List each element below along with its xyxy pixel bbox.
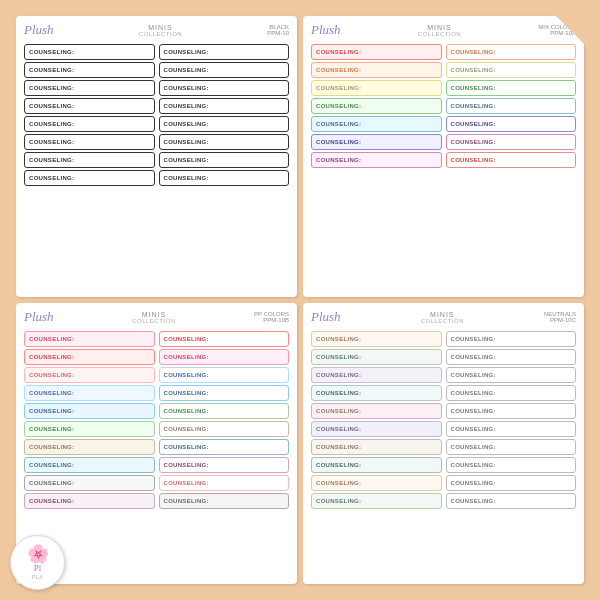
sticker-row: COUNSELING: COUNSELING: [24, 385, 289, 401]
sticker-row: COUNSELING: COUNSELING: [24, 134, 289, 150]
sticker-counseling: COUNSELING: [159, 44, 290, 60]
sticker-counseling: COUNSELING: [446, 62, 577, 78]
sticker-counseling: COUNSELING: [24, 331, 155, 347]
sticker-counseling: COUNSELING: [311, 152, 442, 168]
sticker-counseling: COUNSELING: [311, 493, 442, 509]
sticker-counseling: COUNSELING: [159, 349, 290, 365]
sheet-mix: Plush minis COLLECTION MIX COLORSPPM-10A… [303, 16, 584, 297]
sticker-row: COUNSELING: COUNSELING: [24, 116, 289, 132]
sticker-counseling: COUNSELING: [311, 44, 442, 60]
sticker-counseling: COUNSELING: [24, 421, 155, 437]
sticker-counseling: COUNSELING: [311, 457, 442, 473]
sticker-counseling: COUNSELING: [159, 403, 290, 419]
sticker-rows-neutrals: COUNSELING: COUNSELING: COUNSELING: COUN… [311, 331, 576, 578]
sticker-counseling: COUNSELING: [311, 80, 442, 96]
header-center: minis COLLECTION [421, 311, 464, 324]
sticker-counseling: COUNSELING: [311, 116, 442, 132]
sticker-counseling: COUNSELING: [311, 62, 442, 78]
sticker-counseling: COUNSELING: [446, 116, 577, 132]
sticker-counseling: COUNSELING: [24, 116, 155, 132]
sticker-counseling: COUNSELING: [446, 421, 577, 437]
collection-label: COLLECTION [418, 31, 461, 37]
sticker-counseling: COUNSELING: [446, 134, 577, 150]
sticker-counseling: COUNSELING: [24, 385, 155, 401]
logo-brand-text: Pl [34, 563, 42, 574]
sticker-row: COUNSELING: COUNSELING: [24, 44, 289, 60]
header-center: minis COLLECTION [418, 24, 461, 37]
brand-plush: Plush [311, 309, 341, 325]
sticker-counseling: COUNSELING: [24, 367, 155, 383]
sheet-pp: Plush minis COLLECTION PP COLORSPPM-10B … [16, 303, 297, 584]
sticker-row: COUNSELING: COUNSELING: [24, 403, 289, 419]
sticker-counseling: COUNSELING: [311, 421, 442, 437]
sticker-row: COUNSELING: COUNSELING: [24, 421, 289, 437]
sticker-row: COUNSELING: COUNSELING: [311, 475, 576, 491]
sticker-row: COUNSELING: COUNSELING: [24, 62, 289, 78]
sticker-row: COUNSELING: COUNSELING: [24, 98, 289, 114]
sticker-counseling: COUNSELING: [24, 475, 155, 491]
sticker-row: COUNSELING: COUNSELING: [311, 80, 576, 96]
sheet-header-mix: Plush minis COLLECTION MIX COLORSPPM-10A [311, 22, 576, 40]
sticker-counseling: COUNSELING: [446, 98, 577, 114]
sticker-row: COUNSELING: COUNSELING: [24, 493, 289, 509]
sticker-counseling: COUNSELING: [159, 98, 290, 114]
sticker-counseling: COUNSELING: [311, 439, 442, 455]
sticker-counseling: COUNSELING: [24, 80, 155, 96]
sticker-counseling: COUNSELING: [159, 493, 290, 509]
sticker-counseling: COUNSELING: [159, 80, 290, 96]
sticker-row: COUNSELING: COUNSELING: [311, 116, 576, 132]
sticker-counseling: COUNSELING: [446, 367, 577, 383]
sticker-rows-mix: COUNSELING: COUNSELING: COUNSELING: COUN… [311, 44, 576, 291]
sticker-counseling: COUNSELING: [311, 98, 442, 114]
brand-plush: Plush [24, 22, 54, 38]
sticker-counseling: COUNSELING: [159, 170, 290, 186]
sheet-code: MIX COLORSPPM-10A [538, 24, 576, 36]
sticker-counseling: COUNSELING: [24, 62, 155, 78]
sticker-counseling: COUNSELING: [159, 367, 290, 383]
sticker-counseling: COUNSELING: [24, 44, 155, 60]
sticker-rows-black: COUNSELING: COUNSELING: COUNSELING: COUN… [24, 44, 289, 291]
sticker-counseling: COUNSELING: [446, 403, 577, 419]
sticker-row: COUNSELING: COUNSELING: [24, 170, 289, 186]
sticker-counseling: COUNSELING: [24, 403, 155, 419]
sticker-counseling: COUNSELING: [311, 349, 442, 365]
sticker-counseling: COUNSELING: [446, 475, 577, 491]
sticker-row: COUNSELING: COUNSELING: [24, 475, 289, 491]
sticker-row: COUNSELING: COUNSELING: [311, 331, 576, 347]
brand-plush: Plush [24, 309, 54, 325]
sticker-row: COUNSELING: COUNSELING: [311, 457, 576, 473]
sticker-counseling: COUNSELING: [159, 475, 290, 491]
sticker-counseling: COUNSELING: [446, 457, 577, 473]
sticker-sheets-grid: Plush minis COLLECTION BLACKPPM-10 COUNS… [10, 10, 590, 590]
sheet-neutrals: Plush minis COLLECTION NEUTRALSPPM-10C C… [303, 303, 584, 584]
sticker-counseling: COUNSELING: [159, 439, 290, 455]
sticker-row: COUNSELING: COUNSELING: [24, 80, 289, 96]
brand-logo: 🌸 Pl PLA [10, 535, 65, 590]
sticker-counseling: COUNSELING: [24, 349, 155, 365]
sticker-counseling: COUNSELING: [311, 134, 442, 150]
sticker-counseling: COUNSELING: [446, 439, 577, 455]
minis-label: minis [148, 24, 172, 31]
logo-sub-text: PLA [32, 574, 43, 580]
sticker-counseling: COUNSELING: [311, 403, 442, 419]
sticker-row: COUNSELING: COUNSELING: [24, 349, 289, 365]
sticker-row: COUNSELING: COUNSELING: [24, 331, 289, 347]
sticker-counseling: COUNSELING: [311, 331, 442, 347]
sticker-row: COUNSELING: COUNSELING: [311, 62, 576, 78]
sticker-counseling: COUNSELING: [446, 385, 577, 401]
sticker-counseling: COUNSELING: [446, 349, 577, 365]
sticker-counseling: COUNSELING: [159, 385, 290, 401]
sticker-row: COUNSELING: COUNSELING: [311, 421, 576, 437]
minis-label: minis [142, 311, 166, 318]
logo-flower-icon: 🌸 [27, 545, 49, 563]
sticker-counseling: COUNSELING: [446, 493, 577, 509]
collection-label: COLLECTION [132, 318, 175, 324]
sticker-counseling: COUNSELING: [159, 116, 290, 132]
sticker-counseling: COUNSELING: [446, 44, 577, 60]
sticker-rows-pp: COUNSELING: COUNSELING: COUNSELING: COUN… [24, 331, 289, 578]
sheet-black: Plush minis COLLECTION BLACKPPM-10 COUNS… [16, 16, 297, 297]
sticker-counseling: COUNSELING: [446, 80, 577, 96]
sticker-counseling: COUNSELING: [24, 152, 155, 168]
collection-label: COLLECTION [421, 318, 464, 324]
sticker-counseling: COUNSELING: [311, 385, 442, 401]
